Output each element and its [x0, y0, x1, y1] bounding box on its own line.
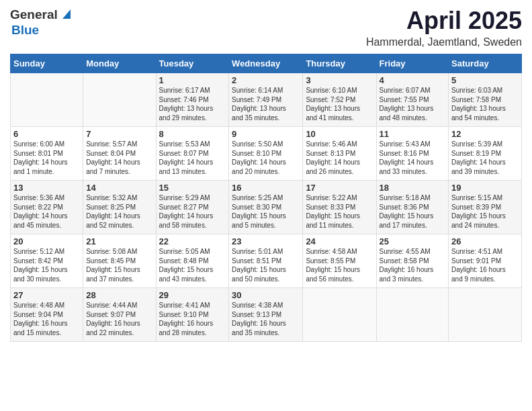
day-number: 5	[451, 75, 519, 85]
day-number: 7	[86, 129, 152, 139]
header-day: Wednesday	[229, 54, 303, 73]
cell-info: Sunrise: 4:58 AM Sunset: 8:55 PM Dayligh…	[306, 247, 373, 283]
day-number: 11	[380, 129, 446, 139]
location-title: Hammerdal, Jaemtland, Sweden	[366, 36, 522, 48]
day-number: 24	[306, 236, 373, 246]
calendar-cell	[376, 288, 449, 342]
calendar-cell: 18Sunrise: 5:18 AM Sunset: 8:36 PM Dayli…	[376, 181, 449, 234]
calendar-cell: 14Sunrise: 5:32 AM Sunset: 8:25 PM Dayli…	[83, 181, 156, 234]
calendar-cell: 10Sunrise: 5:46 AM Sunset: 8:13 PM Dayli…	[303, 127, 376, 181]
calendar-cell: 28Sunrise: 4:44 AM Sunset: 9:07 PM Dayli…	[83, 288, 156, 342]
calendar-cell	[303, 288, 376, 342]
calendar-cell: 1Sunrise: 6:17 AM Sunset: 7:46 PM Daylig…	[156, 73, 229, 127]
day-number: 12	[451, 129, 519, 139]
calendar-cell: 17Sunrise: 5:22 AM Sunset: 8:33 PM Dayli…	[303, 181, 376, 234]
cell-info: Sunrise: 5:05 AM Sunset: 8:48 PM Dayligh…	[159, 247, 226, 283]
day-number: 26	[451, 236, 519, 246]
day-number: 21	[86, 236, 152, 246]
calendar-cell: 27Sunrise: 4:48 AM Sunset: 9:04 PM Dayli…	[11, 288, 83, 342]
calendar-row: 6Sunrise: 6:00 AM Sunset: 8:01 PM Daylig…	[11, 127, 522, 181]
header-day: Saturday	[449, 54, 522, 73]
cell-info: Sunrise: 5:18 AM Sunset: 8:36 PM Dayligh…	[380, 193, 446, 230]
day-number: 23	[232, 236, 300, 246]
calendar-cell: 7Sunrise: 5:57 AM Sunset: 8:04 PM Daylig…	[83, 127, 156, 181]
calendar-cell: 13Sunrise: 5:36 AM Sunset: 8:22 PM Dayli…	[11, 181, 83, 234]
header-day: Thursday	[303, 54, 376, 73]
day-number: 3	[306, 75, 373, 85]
cell-info: Sunrise: 5:08 AM Sunset: 8:45 PM Dayligh…	[86, 247, 152, 283]
calendar-cell: 26Sunrise: 4:51 AM Sunset: 9:01 PM Dayli…	[449, 234, 522, 288]
header-day: Monday	[83, 54, 156, 73]
calendar-cell: 23Sunrise: 5:01 AM Sunset: 8:51 PM Dayli…	[229, 234, 303, 288]
header-day: Sunday	[11, 54, 83, 73]
day-number: 16	[232, 183, 300, 193]
cell-info: Sunrise: 6:03 AM Sunset: 7:58 PM Dayligh…	[451, 86, 519, 122]
svg-marker-0	[62, 9, 71, 19]
day-number: 8	[159, 129, 226, 139]
day-number: 14	[86, 183, 152, 193]
cell-info: Sunrise: 5:53 AM Sunset: 8:07 PM Dayligh…	[159, 140, 226, 176]
cell-info: Sunrise: 5:25 AM Sunset: 8:30 PM Dayligh…	[232, 193, 300, 230]
day-number: 19	[451, 183, 519, 193]
cell-info: Sunrise: 4:55 AM Sunset: 8:58 PM Dayligh…	[380, 247, 446, 283]
day-number: 1	[159, 75, 226, 85]
cell-info: Sunrise: 4:48 AM Sunset: 9:04 PM Dayligh…	[13, 301, 80, 337]
day-number: 27	[13, 290, 80, 300]
cell-info: Sunrise: 6:10 AM Sunset: 7:52 PM Dayligh…	[306, 86, 373, 122]
page: General Blue April 2025 Hammerdal, Jaemt…	[0, 0, 532, 349]
cell-info: Sunrise: 5:43 AM Sunset: 8:16 PM Dayligh…	[380, 140, 446, 176]
cell-info: Sunrise: 5:22 AM Sunset: 8:33 PM Dayligh…	[306, 193, 373, 230]
calendar-cell: 15Sunrise: 5:29 AM Sunset: 8:27 PM Dayli…	[156, 181, 229, 234]
calendar-cell: 19Sunrise: 5:15 AM Sunset: 8:39 PM Dayli…	[449, 181, 522, 234]
cell-info: Sunrise: 5:29 AM Sunset: 8:27 PM Dayligh…	[159, 193, 226, 230]
calendar-cell: 20Sunrise: 5:12 AM Sunset: 8:42 PM Dayli…	[11, 234, 83, 288]
calendar-cell: 24Sunrise: 4:58 AM Sunset: 8:55 PM Dayli…	[303, 234, 376, 288]
cell-info: Sunrise: 6:00 AM Sunset: 8:01 PM Dayligh…	[13, 140, 80, 176]
calendar-cell: 8Sunrise: 5:53 AM Sunset: 8:07 PM Daylig…	[156, 127, 229, 181]
cell-info: Sunrise: 4:51 AM Sunset: 9:01 PM Dayligh…	[451, 247, 519, 283]
calendar-row: 1Sunrise: 6:17 AM Sunset: 7:46 PM Daylig…	[11, 73, 522, 127]
cell-info: Sunrise: 5:57 AM Sunset: 8:04 PM Dayligh…	[86, 140, 152, 176]
logo: General Blue	[10, 7, 73, 38]
day-number: 4	[380, 75, 446, 85]
cell-info: Sunrise: 5:50 AM Sunset: 8:10 PM Dayligh…	[232, 140, 300, 176]
calendar-cell: 16Sunrise: 5:25 AM Sunset: 8:30 PM Dayli…	[229, 181, 303, 234]
day-number: 25	[380, 236, 446, 246]
calendar-cell: 12Sunrise: 5:39 AM Sunset: 8:19 PM Dayli…	[449, 127, 522, 181]
cell-info: Sunrise: 4:44 AM Sunset: 9:07 PM Dayligh…	[86, 301, 152, 337]
cell-info: Sunrise: 6:14 AM Sunset: 7:49 PM Dayligh…	[232, 86, 300, 122]
calendar-cell: 5Sunrise: 6:03 AM Sunset: 7:58 PM Daylig…	[449, 73, 522, 127]
logo-icon	[60, 7, 73, 20]
calendar-cell	[83, 73, 156, 127]
cell-info: Sunrise: 5:36 AM Sunset: 8:22 PM Dayligh…	[13, 193, 80, 230]
day-number: 22	[159, 236, 226, 246]
calendar-row: 20Sunrise: 5:12 AM Sunset: 8:42 PM Dayli…	[11, 234, 522, 288]
day-number: 30	[232, 290, 300, 300]
calendar-cell	[11, 73, 83, 127]
calendar-cell: 2Sunrise: 6:14 AM Sunset: 7:49 PM Daylig…	[229, 73, 303, 127]
calendar-cell: 22Sunrise: 5:05 AM Sunset: 8:48 PM Dayli…	[156, 234, 229, 288]
calendar-cell: 4Sunrise: 6:07 AM Sunset: 7:55 PM Daylig…	[376, 73, 449, 127]
calendar-cell: 30Sunrise: 4:38 AM Sunset: 9:13 PM Dayli…	[229, 288, 303, 342]
cell-info: Sunrise: 6:17 AM Sunset: 7:46 PM Dayligh…	[159, 86, 226, 122]
cell-info: Sunrise: 5:15 AM Sunset: 8:39 PM Dayligh…	[451, 193, 519, 230]
header-day: Friday	[376, 54, 449, 73]
calendar-cell: 9Sunrise: 5:50 AM Sunset: 8:10 PM Daylig…	[229, 127, 303, 181]
cell-info: Sunrise: 6:07 AM Sunset: 7:55 PM Dayligh…	[380, 86, 446, 122]
calendar-row: 27Sunrise: 4:48 AM Sunset: 9:04 PM Dayli…	[11, 288, 522, 342]
month-title: April 2025	[366, 7, 522, 35]
calendar-table: SundayMondayTuesdayWednesdayThursdayFrid…	[10, 54, 522, 342]
calendar-cell: 21Sunrise: 5:08 AM Sunset: 8:45 PM Dayli…	[83, 234, 156, 288]
header-row: SundayMondayTuesdayWednesdayThursdayFrid…	[11, 54, 522, 73]
day-number: 18	[380, 183, 446, 193]
calendar-cell: 6Sunrise: 6:00 AM Sunset: 8:01 PM Daylig…	[11, 127, 83, 181]
day-number: 28	[86, 290, 152, 300]
calendar-row: 13Sunrise: 5:36 AM Sunset: 8:22 PM Dayli…	[11, 181, 522, 234]
cell-info: Sunrise: 4:41 AM Sunset: 9:10 PM Dayligh…	[159, 301, 226, 337]
day-number: 6	[13, 129, 80, 139]
day-number: 15	[159, 183, 226, 193]
header-day: Tuesday	[156, 54, 229, 73]
day-number: 17	[306, 183, 373, 193]
day-number: 13	[13, 183, 80, 193]
calendar-cell: 29Sunrise: 4:41 AM Sunset: 9:10 PM Dayli…	[156, 288, 229, 342]
